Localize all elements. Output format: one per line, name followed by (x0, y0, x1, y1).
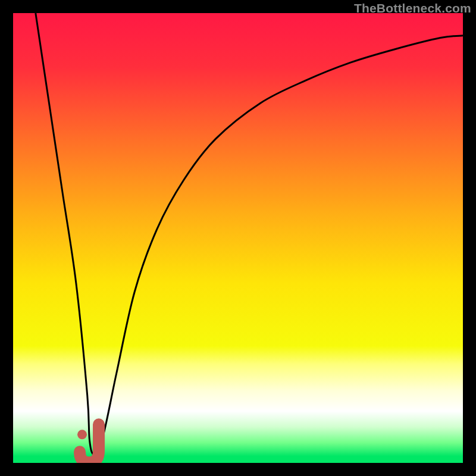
marker-dot-icon (77, 430, 87, 439)
plot-area (13, 13, 463, 463)
gradient-background (13, 13, 463, 463)
watermark-text: TheBottleneck.com (354, 1, 471, 15)
bottleneck-chart (13, 13, 463, 463)
outer-frame: TheBottleneck.com (0, 0, 476, 476)
